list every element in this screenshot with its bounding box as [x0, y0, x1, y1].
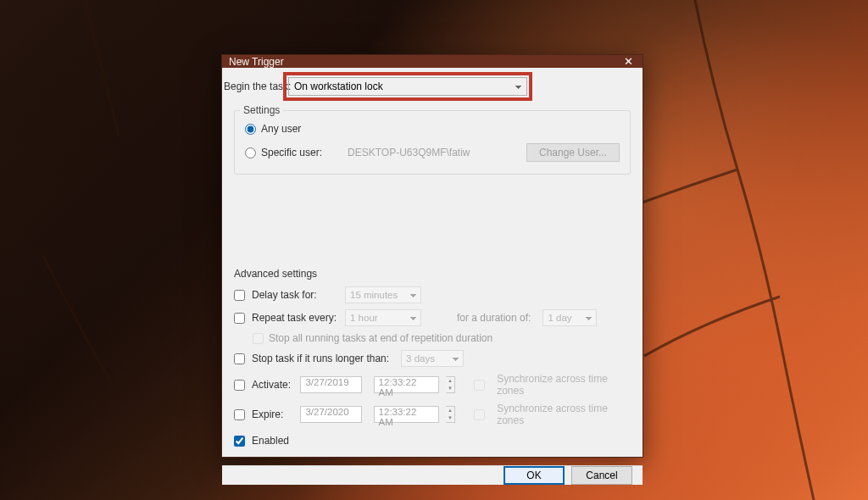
activate-label: Activate:: [252, 379, 293, 391]
activate-time-input[interactable]: 12:33:22 AM: [374, 376, 439, 393]
enabled-checkbox[interactable]: [234, 436, 245, 447]
repeat-every-select: 1 hour: [345, 309, 421, 326]
activate-checkbox[interactable]: [234, 380, 245, 391]
delay-select: 15 minutes: [345, 286, 421, 303]
window-title: New Trigger: [229, 56, 284, 68]
specific-user-value: DESKTOP-U63Q9MF\fatiw: [348, 147, 521, 158]
expire-checkbox[interactable]: [234, 409, 245, 420]
change-user-button: Change User...: [526, 143, 620, 162]
titlebar[interactable]: New Trigger ✕: [222, 55, 643, 68]
activate-sync-label: Synchronize across time zones: [497, 373, 631, 397]
duration-select: 1 day: [542, 309, 597, 326]
stop-if-checkbox[interactable]: [234, 353, 245, 364]
settings-groupbox: Settings Any user Specific user: DESKTOP…: [234, 110, 631, 175]
close-icon[interactable]: ✕: [620, 55, 636, 68]
ok-button[interactable]: OK: [504, 466, 565, 485]
expire-time-input[interactable]: 12:33:22 AM: [374, 406, 439, 423]
expire-label: Expire:: [252, 408, 293, 420]
delay-checkbox[interactable]: [234, 290, 245, 301]
stop-all-checkbox: [253, 333, 264, 344]
duration-label: for a duration of:: [457, 312, 531, 324]
repeat-checkbox[interactable]: [234, 313, 245, 324]
dialog-footer: OK Cancel: [222, 465, 643, 485]
expire-sync-checkbox: [474, 409, 485, 420]
enabled-label: Enabled: [252, 435, 289, 447]
specific-user-label: Specific user:: [261, 147, 322, 158]
advanced-settings-title: Advanced settings: [234, 268, 631, 280]
any-user-radio[interactable]: [245, 124, 256, 135]
expire-time-spinner[interactable]: ▲▼: [446, 406, 455, 423]
expire-sync-label: Synchronize across time zones: [497, 403, 631, 426]
stop-all-label: Stop all running tasks at end of repetit…: [269, 332, 492, 344]
new-trigger-dialog: New Trigger ✕ Begin the task: On worksta…: [221, 54, 643, 458]
begin-task-select[interactable]: On workstation lock: [288, 77, 527, 96]
repeat-label: Repeat task every:: [252, 312, 338, 324]
settings-legend: Settings: [240, 104, 283, 116]
dialog-body: Begin the task: On workstation lock Sett…: [222, 68, 643, 465]
activate-time-spinner[interactable]: ▲▼: [446, 376, 455, 393]
stop-if-label: Stop task if it runs longer than:: [252, 353, 389, 364]
delay-label: Delay task for:: [252, 289, 338, 301]
begin-task-label: Begin the task:: [224, 81, 291, 92]
expire-date-input[interactable]: 3/27/2020: [300, 406, 361, 423]
specific-user-radio[interactable]: [245, 147, 256, 158]
activate-date-input[interactable]: 3/27/2019: [300, 376, 361, 393]
stop-if-select: 3 days: [401, 350, 464, 367]
any-user-label: Any user: [261, 123, 301, 135]
activate-sync-checkbox: [474, 380, 485, 391]
cancel-button[interactable]: Cancel: [571, 466, 632, 485]
